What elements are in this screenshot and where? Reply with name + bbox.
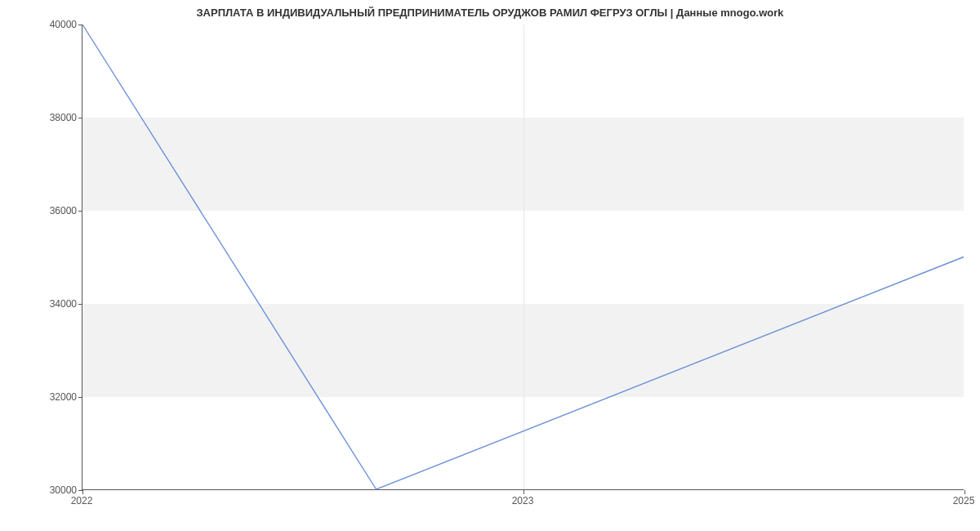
x-tick-label: 2022 (71, 495, 93, 506)
chart-title: ЗАРПЛАТА В ИНДИВИДУАЛЬНЫЙ ПРЕДПРИНИМАТЕЛ… (0, 7, 980, 19)
y-tick-label: 38000 (28, 112, 77, 123)
x-tick-label: 2025 (953, 495, 975, 506)
y-tick-label: 34000 (28, 298, 77, 310)
plot-area (82, 25, 964, 490)
y-tick-label: 32000 (28, 391, 77, 403)
y-tick-label: 30000 (28, 484, 77, 496)
chart-container: ЗАРПЛАТА В ИНДИВИДУАЛЬНЫЙ ПРЕДПРИНИМАТЕЛ… (0, 0, 980, 531)
y-tick-label: 40000 (28, 19, 77, 30)
x-tick-mark (964, 490, 965, 494)
line-series (82, 25, 964, 489)
y-tick-label: 36000 (28, 205, 77, 216)
x-tick-mark (82, 490, 83, 494)
x-tick-mark (523, 490, 524, 494)
x-tick-label: 2023 (512, 495, 534, 506)
